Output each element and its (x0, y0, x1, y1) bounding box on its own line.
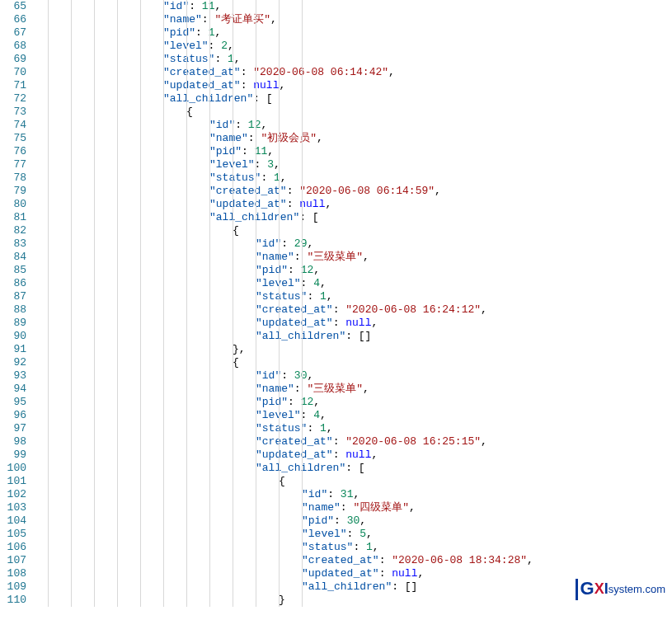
line-number: 78 (0, 171, 26, 185)
line-number: 79 (0, 185, 26, 198)
code-line[interactable]: "level": 3, (41, 158, 672, 171)
code-line[interactable]: "status": 1, (41, 53, 672, 66)
code-line[interactable]: "all_children": [] (41, 330, 672, 343)
line-number: 75 (0, 132, 26, 145)
code-line[interactable]: "level": 5, (41, 528, 672, 541)
code-line[interactable]: "id": 29, (41, 237, 672, 251)
code-line[interactable]: "id": 12, (41, 119, 672, 132)
code-line[interactable]: "name": "四级菜单", (41, 501, 672, 514)
line-number: 104 (0, 514, 26, 528)
line-number: 95 (0, 396, 26, 409)
line-number: 96 (0, 409, 26, 422)
code-line[interactable]: { (41, 475, 672, 488)
line-number: 82 (0, 224, 26, 237)
line-number: 108 (0, 567, 26, 580)
line-number: 110 (0, 594, 26, 607)
line-number: 81 (0, 211, 26, 224)
code-line[interactable]: "updated_at": null, (41, 79, 672, 92)
line-number: 92 (0, 356, 26, 369)
line-number: 103 (0, 501, 26, 514)
line-number: 98 (0, 435, 26, 449)
code-line[interactable]: "all_children": [ (41, 92, 672, 106)
line-number: 71 (0, 79, 26, 92)
line-number: 106 (0, 541, 26, 554)
code-line[interactable]: "name": "初级会员", (41, 132, 672, 145)
line-number: 90 (0, 330, 26, 343)
line-number: 109 (0, 580, 26, 594)
code-line[interactable]: "status": 1, (41, 171, 672, 185)
line-number: 99 (0, 449, 26, 462)
watermark-logo: GXIsystem.com (576, 578, 666, 600)
line-number: 70 (0, 66, 26, 79)
code-line[interactable]: "status": 1, (41, 290, 672, 303)
line-number: 94 (0, 383, 26, 396)
line-number: 80 (0, 198, 26, 211)
code-line[interactable]: { (41, 224, 672, 237)
code-line[interactable]: "pid": 12, (41, 396, 672, 409)
line-number: 102 (0, 488, 26, 501)
code-line[interactable]: "created_at": "2020-06-08 16:24:12", (41, 303, 672, 317)
code-line[interactable]: "name": "三级菜单", (41, 383, 672, 396)
line-number: 91 (0, 343, 26, 356)
code-line[interactable]: { (41, 106, 672, 119)
line-number: 84 (0, 251, 26, 264)
code-line[interactable]: "level": 4, (41, 277, 672, 290)
line-number: 65 (0, 0, 26, 13)
code-line[interactable]: "created_at": "2020-06-08 16:25:15", (41, 435, 672, 449)
code-line[interactable]: "updated_at": null, (41, 449, 672, 462)
code-line[interactable]: "updated_at": null, (41, 317, 672, 330)
line-number: 101 (0, 475, 26, 488)
line-number-gutter: 6566676869707172737475767778798081828384… (0, 0, 41, 607)
line-number: 100 (0, 462, 26, 475)
line-number: 72 (0, 92, 26, 106)
code-line[interactable]: "pid": 30, (41, 514, 672, 528)
code-line[interactable]: "all_children": [ (41, 462, 672, 475)
line-number: 68 (0, 40, 26, 53)
line-number: 86 (0, 277, 26, 290)
line-number: 67 (0, 26, 26, 40)
line-number: 85 (0, 264, 26, 277)
code-line[interactable]: "updated_at": null, (41, 198, 672, 211)
code-line[interactable]: "all_children": [ (41, 211, 672, 224)
code-line[interactable]: "id": 30, (41, 369, 672, 383)
line-number: 87 (0, 290, 26, 303)
line-number: 69 (0, 53, 26, 66)
code-area[interactable]: "id": 11,"name": "考证单买","pid": 1,"level"… (41, 0, 672, 607)
code-line[interactable]: { (41, 356, 672, 369)
code-line[interactable]: "level": 2, (41, 40, 672, 53)
code-line[interactable]: "pid": 11, (41, 145, 672, 158)
code-line[interactable]: "status": 1, (41, 541, 672, 554)
line-number: 77 (0, 158, 26, 171)
line-number: 105 (0, 528, 26, 541)
code-line[interactable]: "created_at": "2020-06-08 06:14:59", (41, 185, 672, 198)
line-number: 83 (0, 237, 26, 251)
line-number: 93 (0, 369, 26, 383)
code-line[interactable]: "id": 31, (41, 488, 672, 501)
code-line[interactable]: "status": 1, (41, 422, 672, 435)
line-number: 97 (0, 422, 26, 435)
code-line[interactable]: "name": "考证单买", (41, 13, 672, 26)
line-number: 89 (0, 317, 26, 330)
line-number: 74 (0, 119, 26, 132)
code-line[interactable]: "pid": 1, (41, 26, 672, 40)
code-line[interactable]: }, (41, 343, 672, 356)
line-number: 73 (0, 106, 26, 119)
line-number: 107 (0, 554, 26, 567)
line-number: 88 (0, 303, 26, 317)
code-line[interactable]: "created_at": "2020-06-08 18:34:28", (41, 554, 672, 567)
line-number: 66 (0, 13, 26, 26)
code-lines: "id": 11,"name": "考证单买","pid": 1,"level"… (41, 0, 672, 607)
line-number: 76 (0, 145, 26, 158)
code-line[interactable]: "id": 11, (41, 0, 672, 13)
code-line[interactable]: "created_at": "2020-06-08 06:14:42", (41, 66, 672, 79)
code-line[interactable]: "pid": 12, (41, 264, 672, 277)
code-line[interactable]: "level": 4, (41, 409, 672, 422)
code-line[interactable]: "name": "三级菜单", (41, 251, 672, 264)
